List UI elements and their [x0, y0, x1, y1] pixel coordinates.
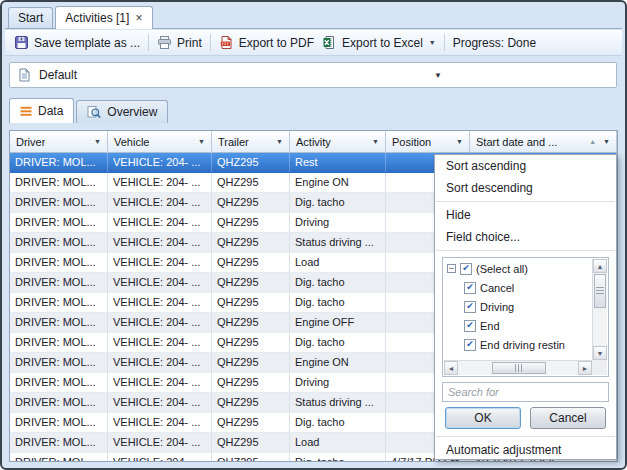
- toolbar: Save template as ... Print Export to PDF…: [5, 30, 622, 56]
- column-header-activity[interactable]: Activity ▼: [290, 131, 386, 152]
- checklist-item-cancel[interactable]: ✔ Cancel: [444, 278, 592, 297]
- filter-dropdown-icon[interactable]: ▼: [598, 138, 612, 145]
- export-pdf-button[interactable]: Export to PDF: [215, 33, 318, 52]
- cell-vehicle: VEHICLE: 204- ...: [108, 233, 212, 253]
- cell-driver: DRIVER: MOL...: [10, 293, 108, 313]
- cell-driver: DRIVER: MOL...: [10, 213, 108, 233]
- filter-dropdown-icon[interactable]: ▼: [451, 138, 465, 145]
- menu-item-hide[interactable]: Hide: [435, 204, 616, 226]
- cell-vehicle: VEHICLE: 204- ...: [108, 173, 212, 193]
- checkbox[interactable]: ✔: [460, 263, 472, 275]
- export-excel-button[interactable]: Export to Excel ▼: [318, 33, 440, 52]
- filter-checklist: − ✔ (Select all) ✔ Cancel ✔ Driving ✔ En…: [442, 257, 609, 377]
- menu-separator: [436, 201, 615, 202]
- cell-vehicle: VEHICLE: 204- ...: [108, 213, 212, 233]
- chevron-down-icon[interactable]: ▼: [429, 39, 436, 46]
- checkbox[interactable]: ✔: [464, 301, 476, 313]
- menu-item-field-choice[interactable]: Field choice...: [435, 226, 616, 248]
- column-header-position[interactable]: Position ▼: [386, 131, 470, 152]
- cell-trailer: QHZ295: [212, 253, 290, 273]
- chevron-down-icon[interactable]: ▼: [434, 71, 442, 80]
- cell-driver: DRIVER: MOL...: [10, 393, 108, 413]
- sort-ascending-icon: ▲: [586, 138, 596, 145]
- document-tab-bar: Start Activities [1] ×: [5, 5, 622, 29]
- cell-vehicle: VEHICLE: 204- ...: [108, 313, 212, 333]
- cell-activity: Dig. tacho: [290, 333, 386, 353]
- filter-search-input[interactable]: [443, 383, 608, 401]
- cell-vehicle: VEHICLE: 204- ...: [108, 353, 212, 373]
- filter-dropdown-icon[interactable]: ▼: [193, 138, 207, 145]
- filter-dropdown-icon[interactable]: ▼: [271, 138, 285, 145]
- cancel-button[interactable]: Cancel: [530, 407, 606, 429]
- scroll-thumb[interactable]: [492, 362, 546, 374]
- progress-label: Progress: Done: [453, 36, 536, 50]
- scroll-up-button[interactable]: ▲: [593, 259, 607, 273]
- tab-data[interactable]: Data: [9, 98, 74, 123]
- save-template-button[interactable]: Save template as ...: [10, 33, 144, 52]
- scroll-down-button[interactable]: ▼: [593, 346, 607, 360]
- cell-trailer: QHZ295: [212, 453, 290, 461]
- checklist-item-select-all[interactable]: − ✔ (Select all): [444, 259, 592, 278]
- column-header-start-date[interactable]: Start date and ... ▲ ▼: [470, 131, 617, 152]
- checkbox[interactable]: ✔: [464, 339, 476, 351]
- cell-driver: DRIVER: MOL...: [10, 193, 108, 213]
- cell-activity: Load: [290, 433, 386, 453]
- checklist-label: (Select all): [476, 263, 528, 275]
- cell-trailer: QHZ295: [212, 373, 290, 393]
- thumb-grip: [515, 364, 523, 372]
- cell-trailer: QHZ295: [212, 313, 290, 333]
- button-label: Export to PDF: [239, 36, 314, 50]
- scrollbar-corner: [592, 360, 607, 375]
- cell-trailer: QHZ295: [212, 173, 290, 193]
- tab-label: Data: [38, 104, 63, 118]
- magnifier-icon: [87, 105, 101, 119]
- tab-start[interactable]: Start: [8, 7, 53, 28]
- filter-dropdown-icon[interactable]: ▼: [89, 138, 103, 145]
- cell-vehicle: VEHICLE: 204- ...: [108, 453, 212, 461]
- cell-activity: Dig. tacho: [290, 293, 386, 313]
- filter-dropdown-icon[interactable]: ▼: [367, 138, 381, 145]
- cell-trailer: QHZ295: [212, 273, 290, 293]
- save-icon: [14, 35, 29, 50]
- column-header-vehicle[interactable]: Vehicle ▼: [108, 131, 212, 152]
- cell-driver: DRIVER: MOL...: [10, 433, 108, 453]
- close-icon[interactable]: ×: [134, 12, 143, 24]
- menu-item-automatic-adjustment[interactable]: Automatic adjustment: [435, 439, 616, 461]
- cell-trailer: QHZ295: [212, 293, 290, 313]
- checklist-label: Driving: [480, 301, 514, 313]
- column-label: Activity: [296, 136, 331, 148]
- button-label: Save template as ...: [34, 36, 140, 50]
- grid-header-row: Driver ▼ Vehicle ▼ Trailer ▼ Activity ▼ …: [10, 131, 617, 153]
- column-header-driver[interactable]: Driver ▼: [10, 131, 108, 152]
- button-label: Export to Excel: [342, 36, 423, 50]
- tab-overview[interactable]: Overview: [76, 100, 168, 123]
- checklist-item-driving[interactable]: ✔ Driving: [444, 297, 592, 316]
- scroll-thumb[interactable]: [594, 274, 606, 308]
- vertical-scrollbar[interactable]: ▲ ▼: [592, 259, 607, 360]
- cell-vehicle: VEHICLE: 204- ...: [108, 153, 212, 173]
- cell-vehicle: VEHICLE: 204- ...: [108, 333, 212, 353]
- excel-icon: [322, 35, 337, 50]
- column-header-trailer[interactable]: Trailer ▼: [212, 131, 290, 152]
- print-button[interactable]: Print: [153, 33, 206, 52]
- toolbar-separator: [148, 34, 149, 51]
- scroll-right-button[interactable]: ►: [578, 361, 592, 375]
- checkbox[interactable]: ✔: [464, 282, 476, 294]
- cell-vehicle: VEHICLE: 204- ...: [108, 253, 212, 273]
- checkbox[interactable]: ✔: [464, 320, 476, 332]
- view-tab-bar: Data Overview: [5, 97, 622, 123]
- menu-item-sort-descending[interactable]: Sort descending: [435, 177, 616, 199]
- checklist-item-end-driving-rest[interactable]: ✔ End driving restin: [444, 335, 592, 354]
- horizontal-scrollbar[interactable]: ◄ ►: [444, 360, 592, 375]
- tree-collapse-icon[interactable]: −: [447, 264, 456, 273]
- menu-item-sort-ascending[interactable]: Sort ascending: [435, 155, 616, 177]
- column-label: Driver: [16, 136, 45, 148]
- template-selector[interactable]: Default ▼: [9, 62, 617, 88]
- cell-driver: DRIVER: MOL...: [10, 233, 108, 253]
- scroll-left-button[interactable]: ◄: [444, 361, 458, 375]
- checklist-item-end[interactable]: ✔ End: [444, 316, 592, 335]
- cell-activity: Dig. tacho: [290, 413, 386, 433]
- tab-activities[interactable]: Activities [1] ×: [55, 6, 153, 29]
- ok-button[interactable]: OK: [445, 407, 521, 429]
- thumb-grip: [596, 287, 604, 295]
